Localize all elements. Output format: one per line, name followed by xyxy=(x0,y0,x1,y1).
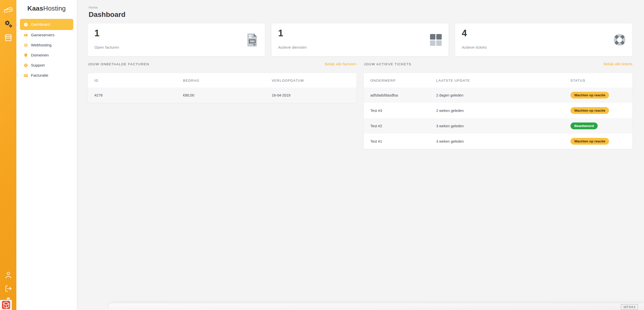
sidebar-item-label: Facturatie xyxy=(31,73,48,78)
status-badge: Wachten op reactie xyxy=(570,107,609,114)
main-content: Home Dashboard 1 Open facturen xyxy=(77,0,644,310)
brand-logo[interactable]: KaasHosting xyxy=(16,5,77,12)
stat-value: 1 xyxy=(94,28,99,39)
brand-bold: Kaas xyxy=(27,5,43,12)
ticket-updated: 3 weken geleden xyxy=(430,118,564,134)
tickets-table: ONDERWERP LAATSTE UPDATE STATUS adfsfads… xyxy=(364,73,632,149)
tickets-section-title: JOUW ACTIEVE TICKETS xyxy=(364,62,411,66)
debugbar-laravel-icon[interactable] xyxy=(0,300,12,310)
invoice-due-date: 16-04-2019 xyxy=(265,87,356,103)
ticket-subject: adfsfadsfdasdfsa xyxy=(364,87,430,103)
ticket-updated: 2 weken geleden xyxy=(430,103,564,118)
stat-value: 4 xyxy=(462,28,467,39)
stat-label: Actieve diensten xyxy=(278,45,307,50)
invoice-amount: €80,00 xyxy=(176,87,265,103)
gamepad-icon xyxy=(24,33,28,37)
main-nav: Dashboard Gameservers Webhosting Domeine… xyxy=(20,19,73,80)
column-header-onderwerp: ONDERWERP xyxy=(364,73,430,87)
sidebar-item-label: Gameservers xyxy=(31,33,54,37)
brand-regular: Hosting xyxy=(43,5,66,12)
column-header-verloopdatum: VERLOOPDATUM xyxy=(265,73,356,87)
grid-icon xyxy=(430,33,442,47)
life-ring-icon xyxy=(614,33,626,47)
ticket-subject: Test #1 xyxy=(364,134,430,149)
invoice-row[interactable]: #278 €80,00 16-04-2019 xyxy=(88,87,356,103)
invoice-id: #278 xyxy=(88,87,176,103)
sidebar-item-facturatie[interactable]: Facturatie xyxy=(20,70,73,80)
globe-icon xyxy=(24,43,28,47)
invoices-section-title: JOUW ONBETAALDE FACTUREN xyxy=(88,62,149,66)
ticket-row[interactable]: adfsfadsfdasdfsa 2 dagen geleden Wachten… xyxy=(364,87,632,103)
logout-icon[interactable] xyxy=(0,284,16,293)
column-header-id: ID xyxy=(88,73,176,87)
sidebar-item-label: Support xyxy=(31,63,45,68)
breadcrumb[interactable]: Home xyxy=(89,6,98,9)
collapsed-toolbar-shadow xyxy=(108,303,644,310)
status-badge: Beantwoord xyxy=(570,122,598,130)
sidebar-item-dashboard[interactable]: Dashboard xyxy=(20,19,73,30)
map-marker-icon xyxy=(24,53,28,57)
ticket-row[interactable]: Test #1 3 weken geleden Wachten op react… xyxy=(364,134,632,149)
cheese-logo-icon[interactable] xyxy=(0,5,16,15)
column-header-status: STATUS xyxy=(564,73,632,87)
sidebar: KaasHosting Dashboard Gameservers Webhos… xyxy=(16,0,77,310)
column-header-laatste-update: LAATSTE UPDATE xyxy=(430,73,564,87)
sidebar-item-support[interactable]: Support xyxy=(20,60,73,70)
column-header-bedrag: BEDRAG xyxy=(176,73,265,87)
tickets-section: JOUW ACTIEVE TICKETS Bekijk alle tickets… xyxy=(364,62,632,149)
sidebar-item-label: Dashboard xyxy=(31,22,50,27)
stat-card-active-services: 1 Actieve diensten xyxy=(272,23,449,56)
gauge-icon xyxy=(24,22,28,27)
file-invoice-icon xyxy=(246,33,258,47)
host-indicator: 127.0.0.1 xyxy=(621,304,638,310)
stat-label: Actieve tickets xyxy=(462,45,487,50)
user-icon[interactable] xyxy=(0,271,16,280)
sidebar-item-webhosting[interactable]: Webhosting xyxy=(20,40,73,50)
invoices-section: JOUW ONBETAALDE FACTUREN Bekijk alle fac… xyxy=(88,62,356,103)
ticket-subject: Test #2 xyxy=(364,118,430,134)
ticket-row[interactable]: Test #3 2 weken geleden Wachten op react… xyxy=(364,103,632,118)
sidebar-item-domeinen[interactable]: Domeinen xyxy=(20,50,73,60)
stat-cards: 1 Open facturen 1 Actieve diensten xyxy=(88,23,632,56)
stat-label: Open facturen xyxy=(94,45,119,50)
ticket-row[interactable]: Test #2 3 weken geleden Beantwoord xyxy=(364,118,632,134)
app-root: KaasHosting Dashboard Gameservers Webhos… xyxy=(0,0,644,310)
ticket-updated: 2 dagen geleden xyxy=(430,87,564,103)
credit-card-icon xyxy=(24,73,28,78)
view-all-tickets-link[interactable]: Bekijk alle tickets xyxy=(604,62,632,66)
life-ring-icon xyxy=(24,63,28,68)
ticket-subject: Test #3 xyxy=(364,103,430,118)
ticket-updated: 3 weken geleden xyxy=(430,134,564,149)
stat-value: 1 xyxy=(278,28,283,39)
store-icon[interactable] xyxy=(0,33,16,43)
sidebar-item-label: Webhosting xyxy=(31,43,52,47)
sidebar-item-label: Domeinen xyxy=(31,53,49,57)
view-all-invoices-link[interactable]: Bekijk alle facturen xyxy=(325,62,356,66)
icon-rail xyxy=(0,0,16,310)
page-title: Dashboard xyxy=(89,11,125,19)
status-badge: Wachten op reactie xyxy=(570,92,609,99)
stat-card-active-tickets: 4 Actieve tickets xyxy=(455,23,632,56)
stat-card-open-invoices: 1 Open facturen xyxy=(88,23,265,56)
status-badge: Wachten op reactie xyxy=(570,138,609,145)
sidebar-item-gameservers[interactable]: Gameservers xyxy=(20,30,73,40)
invoices-table: ID BEDRAG VERLOOPDATUM #278 €80,00 16-04… xyxy=(88,73,356,103)
gears-icon[interactable] xyxy=(0,19,16,29)
